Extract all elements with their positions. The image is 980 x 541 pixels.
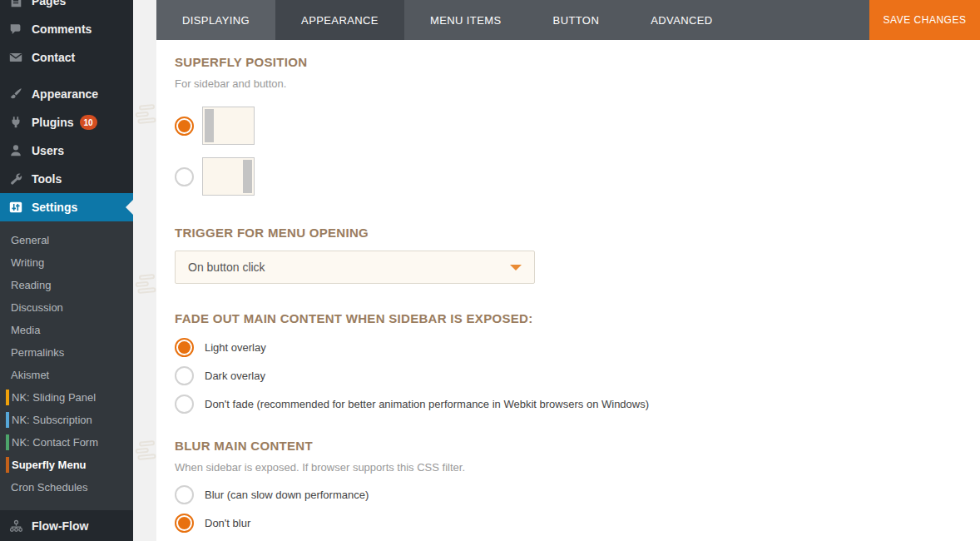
sidebar-item-flow-flow[interactable]: Flow-Flow — [0, 510, 133, 541]
blur-options: Blur (can slow down performance) Don't b… — [175, 485, 955, 533]
settings-content: SUPERFLY POSITION For sidebar and button… — [156, 40, 980, 533]
sidebar-separator — [0, 72, 133, 80]
tab-menu-items[interactable]: MENU ITEMS — [404, 0, 527, 40]
submenu-item-nk-sliding-panel[interactable]: NK: Sliding Panel — [0, 386, 133, 409]
sidebar-item-label: Plugins — [32, 116, 74, 129]
submenu-item-nk-subscription[interactable]: NK: Subscription — [0, 409, 133, 431]
section-title-blur: BLUR MAIN CONTENT — [175, 439, 955, 453]
submenu-label: NK: Contact Form — [12, 436, 98, 449]
plugins-icon — [7, 114, 24, 131]
position-option-left — [175, 107, 955, 145]
radio-label: Blur (can slow down performance) — [205, 489, 369, 501]
radio-blur[interactable] — [175, 485, 194, 504]
submenu-label: General — [11, 234, 49, 246]
section-title-trigger: TRIGGER FOR MENU OPENING — [175, 226, 955, 240]
sidebar-item-tools[interactable]: Tools — [0, 165, 133, 193]
sidebar-item-label: Comments — [32, 22, 92, 36]
submenu-label: Discussion — [11, 301, 63, 314]
submenu-item-permalinks[interactable]: Permalinks — [0, 341, 133, 364]
tab-displaying[interactable]: DISPLAYING — [156, 0, 275, 40]
submenu-item-nk-contact-form[interactable]: NK: Contact Form — [0, 431, 133, 454]
sidebar-item-label: Users — [32, 144, 64, 157]
sidebar-item-label: Appearance — [32, 87, 98, 101]
appearance-icon — [7, 86, 24, 102]
radio-light-overlay[interactable] — [175, 338, 194, 357]
sidebar-item-plugins[interactable]: Plugins 10 — [0, 108, 133, 136]
fade-options: Light overlay Dark overlay Don't fade (r… — [175, 338, 955, 414]
submenu-label: Cron Schedules — [11, 481, 88, 494]
radio-label: Dark overlay — [205, 370, 265, 382]
submenu-label: NK: Subscription — [12, 414, 92, 426]
superfly-ghost-burger-icon — [135, 104, 158, 129]
fade-option-light: Light overlay — [175, 338, 955, 357]
tab-advanced[interactable]: ADVANCED — [625, 0, 738, 40]
flow-flow-icon — [7, 518, 24, 534]
radio-label: Don't fade (recommended for better anima… — [205, 398, 649, 410]
sidebar-item-appearance[interactable]: Appearance — [0, 80, 133, 108]
tab-button[interactable]: BUTTON — [527, 0, 626, 40]
active-item-arrow — [126, 200, 133, 215]
section-title-fade: FADE OUT MAIN CONTENT WHEN SIDEBAR IS EX… — [175, 311, 955, 325]
position-preview-right[interactable] — [202, 157, 255, 196]
settings-panel: DISPLAYING APPEARANCE MENU ITEMS BUTTON … — [156, 0, 980, 541]
settings-icon — [7, 199, 24, 216]
sidebar-item-pages[interactable]: Pages — [0, 0, 133, 15]
section-title-superfly-position: SUPERFLY POSITION — [175, 55, 955, 69]
blur-option-dont-blur: Don't blur — [175, 514, 955, 533]
comments-icon — [7, 21, 24, 37]
radio-dont-blur[interactable] — [175, 514, 194, 533]
submenu-label: Writing — [11, 256, 44, 269]
submenu-label: Reading — [11, 279, 51, 291]
radio-label: Light overlay — [205, 341, 266, 354]
contact-icon — [7, 49, 24, 66]
trigger-select-value: On button click — [188, 261, 265, 274]
submenu-item-reading[interactable]: Reading — [0, 274, 133, 296]
radio-position-right[interactable] — [175, 167, 194, 186]
submenu-item-media[interactable]: Media — [0, 319, 133, 341]
tab-appearance[interactable]: APPEARANCE — [275, 0, 404, 40]
fade-option-none: Don't fade (recommended for better anima… — [175, 395, 955, 414]
sidebar-item-comments[interactable]: Comments — [0, 15, 133, 43]
section-subtitle: When sidebar is exposed. If browser supp… — [175, 461, 955, 474]
submenu-item-writing[interactable]: Writing — [0, 251, 133, 274]
submenu-label: Permalinks — [11, 346, 64, 359]
color-bar — [6, 412, 9, 428]
submenu-item-general[interactable]: General — [0, 229, 133, 251]
radio-label: Don't blur — [205, 517, 250, 529]
save-changes-button[interactable]: SAVE CHANGES — [869, 0, 980, 40]
plugins-update-badge: 10 — [80, 115, 97, 130]
sidebar-item-label: Pages — [32, 0, 66, 7]
tabbar-spacer — [739, 0, 869, 40]
sidebar-item-users[interactable]: Users — [0, 136, 133, 165]
submenu-label: Media — [11, 324, 40, 336]
trigger-select[interactable]: On button click — [175, 251, 535, 284]
preview-sidebar-bar — [205, 109, 214, 142]
pages-icon — [7, 0, 24, 9]
color-bar — [6, 434, 9, 450]
submenu-item-superfly-menu[interactable]: Superfly Menu — [0, 454, 133, 476]
color-bar — [6, 390, 9, 405]
sidebar-item-settings[interactable]: Settings — [0, 193, 133, 221]
submenu-item-akismet[interactable]: Akismet — [0, 364, 133, 386]
position-preview-left[interactable] — [202, 107, 255, 145]
preview-sidebar-bar — [243, 160, 252, 193]
radio-position-left[interactable] — [175, 117, 194, 136]
superfly-ghost-burger-icon — [135, 274, 158, 299]
sidebar-item-label: Flow-Flow — [32, 519, 88, 533]
submenu-item-discussion[interactable]: Discussion — [0, 296, 133, 319]
settings-tabbar: DISPLAYING APPEARANCE MENU ITEMS BUTTON … — [156, 0, 980, 40]
position-option-right — [175, 157, 955, 196]
users-icon — [7, 142, 24, 159]
radio-dark-overlay[interactable] — [175, 366, 194, 385]
wp-admin-sidebar: Pages Comments Contact Appearance Plugin… — [0, 0, 133, 541]
settings-submenu: General Writing Reading Discussion Media… — [0, 221, 133, 510]
sidebar-item-label: Tools — [32, 172, 62, 186]
submenu-label: Akismet — [11, 369, 49, 381]
blur-option-blur: Blur (can slow down performance) — [175, 485, 955, 504]
submenu-item-cron-schedules[interactable]: Cron Schedules — [0, 476, 133, 499]
sidebar-item-contact[interactable]: Contact — [0, 43, 133, 72]
section-subtitle: For sidebar and button. — [175, 77, 955, 90]
radio-dont-fade[interactable] — [175, 395, 194, 414]
page-gutter — [133, 0, 156, 541]
dropdown-caret-icon — [510, 265, 522, 270]
